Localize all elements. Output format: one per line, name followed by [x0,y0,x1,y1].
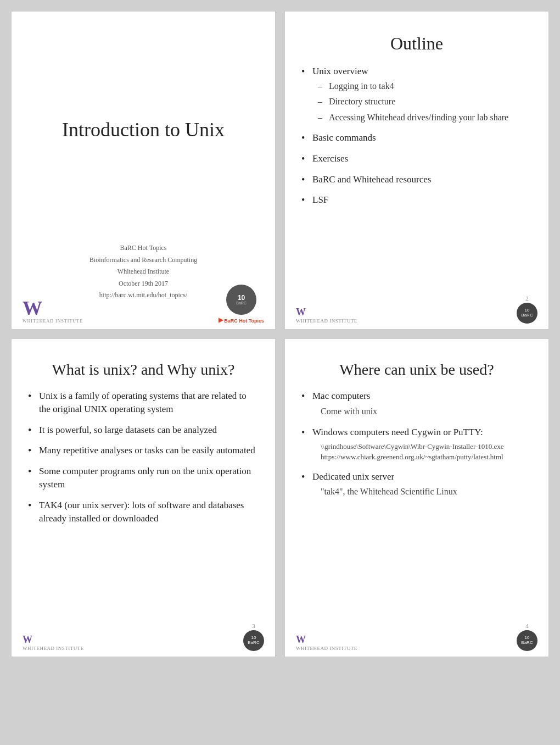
whitehead-logo: W Whitehead Institute [23,301,83,324]
barc-number: 10 [238,294,245,301]
barc-hot-label: BaRC Hot Topics [224,318,264,324]
bullet-windows: Windows computers need Cygwin or PuTTY: … [301,426,532,463]
sub-accessing: Accessing Whitehead drives/finding your … [318,112,532,124]
barc-inner-3: 10BaRC [248,636,259,646]
footer-left-3: W Whitehead Institute [23,635,84,651]
footer-right-3: 3 10BaRC [243,622,264,651]
bullet-dedicated: Dedicated unix server "tak4", the Whiteh… [301,470,532,499]
slide-3-title: What is unix? and Why unix? [28,361,259,379]
bullet-exercises: Exercises [301,152,532,165]
footer-right-4: 4 10BaRC [517,622,537,651]
slide-number-3: 3 [252,622,255,629]
info-line-1: BaRC Hot Topics [28,242,259,254]
barc-arrow: ▶ [219,316,223,324]
bullet-unix-overview: Unix overview Logging in to tak4 Directo… [301,65,532,124]
barc-sub: BaRC [236,301,247,305]
slide-4-title: Where can unix be used? [301,361,532,379]
slide-4: Where can unix be used? Mac computers Co… [284,338,549,657]
slide-2: Outline Unix overview Logging in to tak4… [284,11,549,330]
sub-directory: Directory structure [318,96,532,108]
bullet-basic-commands: Basic commands [301,131,532,144]
footer-institute-4: Whitehead Institute [296,646,357,651]
slides-grid: Introduction to Unix BaRC Hot Topics Bio… [11,11,549,657]
slide-3-footer: W Whitehead Institute 3 10BaRC [23,622,264,651]
bullet-programs: Some computer programs only run on the u… [28,465,259,491]
slide-number-4: 4 [525,622,529,629]
footer-institute-3: Whitehead Institute [23,646,84,651]
footer-right-2: 2 10BaRC [517,295,537,324]
barc-inner-2: 10BaRC [521,308,533,318]
sub-logging: Logging in to tak4 [318,80,532,92]
barc-circle: 10 BaRC [226,285,256,315]
slide-4-bullets: Mac computers Come with unix Windows com… [301,390,532,498]
slide-1-title: Introduction to Unix [28,118,259,141]
slide-2-title: Outline [301,34,532,54]
slide-3: What is unix? and Why unix? Unix is a fa… [11,338,276,657]
barc-badge-3: 10BaRC [243,630,264,651]
w-icon-sm-3: W [23,635,32,644]
mac-sub: Come with unix [321,405,532,418]
w-icon: W [23,301,42,316]
bullet-lsf: LSF [301,193,532,207]
info-line-3: Whitehead Institute [28,266,259,278]
bullet-family: Unix is a family of operating systems th… [28,390,259,416]
institute-label: Whitehead Institute [23,319,83,324]
slide-2-content: Unix overview Logging in to tak4 Directo… [301,65,532,302]
slide-1: Introduction to Unix BaRC Hot Topics Bio… [11,11,276,330]
barc-badge-2: 10BaRC [517,303,537,324]
slide-2-footer: W Whitehead Institute 2 10BaRC [296,295,537,324]
slide-3-content: Unix is a family of operating systems th… [28,390,259,629]
windows-sub: \\grindhouse\Software\Cygwin\Wibr-Cygwin… [321,441,532,463]
bullet-repetitive: Many repetitive analyses or tasks can be… [28,444,259,457]
bullet-tak4: TAK4 (our unix server): lots of software… [28,499,259,525]
bullet-barc-resources: BaRC and Whitehead resources [301,173,532,186]
slide-1-footer: W Whitehead Institute 10 BaRC ▶ BaRC Hot… [23,285,264,324]
bullet-mac: Mac computers Come with unix [301,390,532,418]
info-line-2: Bioinformatics and Research Computing [28,254,259,266]
bullet-powerful: It is powerful, so large datasets can be… [28,424,259,437]
w-icon-sm-4: W [296,635,306,644]
footer-institute-2: Whitehead Institute [296,318,357,324]
slide-4-footer: W Whitehead Institute 4 10BaRC [296,622,537,651]
sub-list-unix: Logging in to tak4 Directory structure A… [318,80,532,124]
barc-inner-4: 10BaRC [521,636,533,646]
footer-left-4: W Whitehead Institute [296,635,357,651]
slide-number-2: 2 [525,295,529,302]
w-icon-sm: W [296,307,306,317]
barc-logo: 10 BaRC ▶ BaRC Hot Topics [219,285,264,324]
slide-3-bullets: Unix is a family of operating systems th… [28,390,259,525]
slide-2-bullets: Unix overview Logging in to tak4 Directo… [301,65,532,207]
barc-badge-4: 10BaRC [517,630,537,651]
dedicated-sub: "tak4", the Whitehead Scientific Linux [321,485,532,498]
slide-4-content: Mac computers Come with unix Windows com… [301,390,532,629]
footer-left-2: W Whitehead Institute [296,307,357,324]
